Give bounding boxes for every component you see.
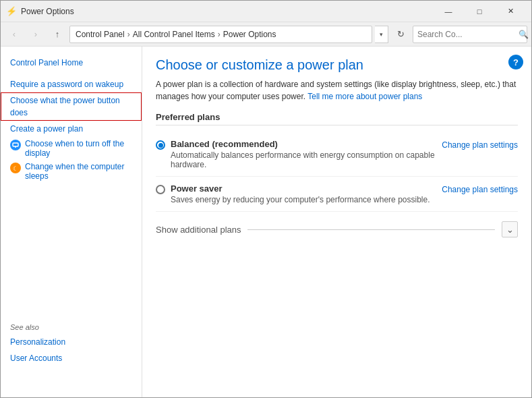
- sidebar-item-personalization[interactable]: Personalization: [10, 334, 132, 350]
- sidebar-item-choose-power-button[interactable]: Choose what the power button does: [1, 92, 142, 121]
- power-saver-settings-link[interactable]: Change plan settings: [442, 185, 518, 194]
- svg-rect-0: [13, 143, 18, 146]
- sidebar-item-require-password[interactable]: Require a password on wakeup: [1, 76, 142, 92]
- maximize-button[interactable]: □: [464, 1, 495, 22]
- refresh-button[interactable]: ↻: [391, 26, 410, 43]
- breadcrumb-control-panel[interactable]: Control Panel: [76, 30, 125, 39]
- balanced-plan-info: Balanced (recommended) Automatically bal…: [171, 139, 442, 169]
- up-button[interactable]: ↑: [48, 26, 67, 43]
- svg-text:☾: ☾: [13, 165, 18, 171]
- power-saver-plan-desc: Saves energy by reducing your computer's…: [171, 195, 442, 204]
- titlebar: ⚡ Power Options — □ ✕: [1, 1, 531, 22]
- power-saver-radio-area: Power saver Saves energy by reducing you…: [156, 183, 442, 204]
- main-window: ⚡ Power Options — □ ✕ ‹ › ↑ Control Pane…: [0, 0, 532, 398]
- sidebar: Control Panel Home Require a password on…: [1, 47, 142, 397]
- window-controls: — □ ✕: [433, 1, 526, 22]
- power-saver-plan-info: Power saver Saves energy by reducing you…: [171, 183, 442, 204]
- breadcrumb-all-items[interactable]: All Control Panel Items: [133, 30, 215, 39]
- back-button[interactable]: ‹: [5, 26, 24, 43]
- sidebar-item-choose-display-label: Choose when to turn off the display: [25, 139, 132, 158]
- sidebar-item-change-sleep[interactable]: ☾ Change when the computer sleeps: [1, 160, 142, 183]
- additional-plans-label: Show additional plans: [156, 225, 241, 235]
- search-icon: 🔍: [519, 30, 529, 39]
- breadcrumb-power-options[interactable]: Power Options: [223, 30, 276, 39]
- help-button[interactable]: ?: [508, 55, 523, 69]
- close-button[interactable]: ✕: [495, 1, 526, 22]
- balanced-plan-name: Balanced (recommended): [171, 139, 442, 149]
- sidebar-item-user-accounts[interactable]: User Accounts: [10, 350, 132, 366]
- breadcrumb-bar: Control Panel › All Control Panel Items …: [69, 26, 372, 43]
- preferred-plans-header: Preferred plans: [156, 112, 518, 125]
- sleep-icon: ☾: [10, 163, 21, 173]
- sidebar-item-create-power-plan[interactable]: Create a power plan: [1, 121, 142, 137]
- content-area: ? Choose or customize a power plan A pow…: [142, 47, 531, 397]
- page-title: Choose or customize a power plan: [156, 57, 518, 73]
- power-saver-plan-radio[interactable]: [156, 185, 165, 194]
- learn-more-link[interactable]: Tell me more about power plans: [307, 92, 422, 101]
- minimize-button[interactable]: —: [433, 1, 464, 22]
- forward-button[interactable]: ›: [26, 26, 45, 43]
- see-also-section: See also Personalization User Accounts: [1, 318, 142, 369]
- sidebar-item-choose-display[interactable]: Choose when to turn off the display: [1, 137, 142, 160]
- app-icon: ⚡: [6, 6, 17, 17]
- display-icon: [10, 140, 21, 150]
- balanced-plan-settings-link[interactable]: Change plan settings: [442, 140, 518, 150]
- content-description: A power plan is a collection of hardware…: [156, 78, 518, 103]
- window-title: Power Options: [21, 7, 433, 16]
- main-area: Control Panel Home Require a password on…: [1, 47, 531, 397]
- breadcrumb-dropdown-button[interactable]: ▾: [375, 26, 388, 43]
- balanced-plan-row: Balanced (recommended) Automatically bal…: [156, 132, 518, 177]
- address-bar: ‹ › ↑ Control Panel › All Control Panel …: [1, 22, 531, 47]
- balanced-plan-desc: Automatically balances performance with …: [171, 150, 442, 169]
- additional-plans-toggle[interactable]: ⌄: [502, 221, 518, 237]
- power-saver-plan-row: Power saver Saves energy by reducing you…: [156, 177, 518, 212]
- sidebar-item-change-sleep-label: Change when the computer sleeps: [25, 162, 132, 181]
- search-bar: 🔍: [413, 26, 527, 43]
- additional-plans-section: Show additional plans ⌄: [156, 221, 518, 237]
- additional-plans-divider: [247, 229, 495, 230]
- power-saver-plan-name: Power saver: [171, 183, 442, 194]
- balanced-plan-radio[interactable]: [156, 140, 165, 150]
- see-also-title: See also: [10, 323, 132, 331]
- balanced-plan-radio-area: Balanced (recommended) Automatically bal…: [156, 139, 442, 169]
- search-input[interactable]: [417, 30, 519, 39]
- sidebar-item-home[interactable]: Control Panel Home: [1, 55, 142, 71]
